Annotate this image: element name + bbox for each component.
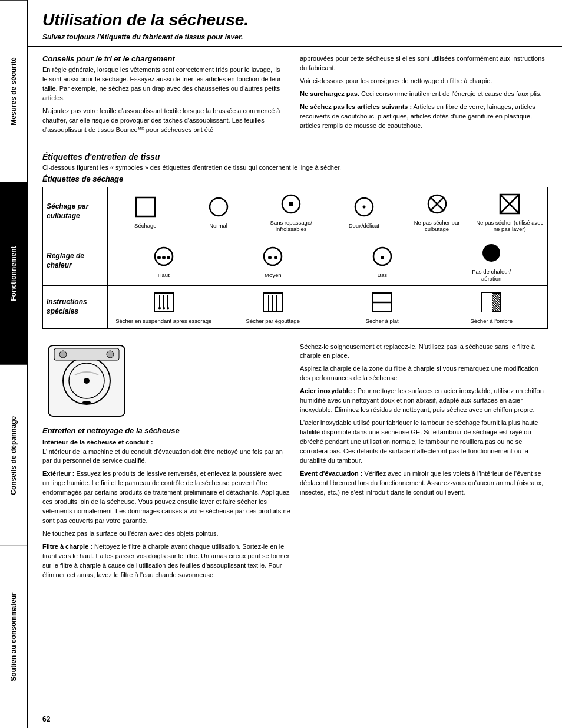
symbol-ne-pas-secher2: Ne pas sécher (utilisé avec ne pas laver… xyxy=(474,191,545,233)
symbol-sans-repassage: Sans repassage/infroissables xyxy=(256,191,326,233)
dots3-icon xyxy=(151,243,177,269)
page-header: Utilisation de la sécheuse. Suivez toujo… xyxy=(28,0,562,47)
main-content: Utilisation de la sécheuse. Suivez toujo… xyxy=(28,0,562,728)
exterieur-label: Extérieur : xyxy=(42,470,74,477)
svg-point-26 xyxy=(158,307,161,310)
x-square-icon xyxy=(497,191,523,217)
sidebar: Mesures de sécurité Fonctionnement Conse… xyxy=(0,0,28,728)
svg-point-13 xyxy=(157,256,161,259)
right-bold2-label: Ne séchez pas les articles suivants : xyxy=(300,103,412,110)
symbol-table: Séchage par culbutage Séchage xyxy=(42,187,548,329)
etiquettes-subtitle: Ci-dessous figurent les « symboles » des… xyxy=(42,164,548,171)
right-bold2: Ne séchez pas les articles suivants : Ar… xyxy=(300,103,548,131)
svg-point-20 xyxy=(381,256,384,259)
symbol-ne-pas-secher2-label: Ne pas sécher (utilisé avec ne pas laver… xyxy=(474,219,545,233)
filtre-label: Filtre à charpie : xyxy=(42,543,92,550)
svg-point-57 xyxy=(107,351,114,358)
symbols-area-instructions: Sécher en suspendant après essorage xyxy=(108,286,547,328)
svg-point-27 xyxy=(163,307,165,310)
symbol-row-instructions: Instructions spéciales xyxy=(43,286,547,328)
bottom-right: Séchez-le soigneusement et replacez-le. … xyxy=(300,342,548,708)
svg-point-14 xyxy=(162,256,166,259)
dots1-icon xyxy=(369,243,395,269)
svg-point-18 xyxy=(274,256,277,259)
dots2-icon xyxy=(260,243,286,269)
interieur-label: Intérieur de la sécheuse et conduit : xyxy=(42,439,290,446)
drip-lines-icon xyxy=(260,289,286,315)
symbol-doux: Doux/délicat xyxy=(329,194,399,229)
sechage-title: Étiquettes de séchage xyxy=(42,174,548,183)
sidebar-tab-soutien[interactable]: Soutien au consommateur xyxy=(0,546,27,728)
symbol-bas-label: Bas xyxy=(378,272,387,278)
acier-label: Acier inoxydable : xyxy=(300,387,356,394)
symbol-sechage: Séchage xyxy=(110,194,181,229)
symbol-haut-label: Haut xyxy=(158,272,170,278)
right-para2: Voir ci-dessous pour les consignes de ne… xyxy=(300,77,548,86)
svg-point-3 xyxy=(289,202,293,206)
symbol-sans-repassage-label: Sans repassage/infroissables xyxy=(270,219,312,233)
x-circle-icon xyxy=(424,191,450,217)
event-label: Évent d'évacuation : xyxy=(300,470,363,477)
symbol-sechage-label: Séchage xyxy=(134,222,157,229)
symbol-plat: Sécher à plat xyxy=(329,289,436,324)
svg-rect-54 xyxy=(82,401,91,404)
svg-point-28 xyxy=(167,307,169,310)
right-bold1-text: Ceci consomme inutilement de l'énergie e… xyxy=(359,90,542,97)
exterieur-text: Essuyez les produits de lessive renversé… xyxy=(42,470,290,524)
dryer-image xyxy=(42,342,290,420)
svg-point-21 xyxy=(482,244,500,262)
circle-dot-small-icon xyxy=(351,194,377,220)
symbol-egouttage-label: Sécher par égouttage xyxy=(246,318,300,324)
surface-text: Ne touchez pas la surface ou l'écran ave… xyxy=(42,529,290,539)
exterieur-block: Extérieur : Essuyez les produits de less… xyxy=(42,469,290,526)
svg-rect-0 xyxy=(136,197,155,216)
page-subtitle: Suivez toujours l'étiquette du fabricant… xyxy=(42,33,548,41)
sidebar-tab-conseils[interactable]: Conseils de dépannage xyxy=(0,364,27,546)
shadow-lines-icon xyxy=(478,289,504,315)
flat-line-icon xyxy=(369,289,395,315)
section-tri: Conseils pour le tri et le chargement En… xyxy=(28,47,562,146)
symbol-row-sechage: Séchage par culbutage Séchage xyxy=(43,187,547,237)
tri-heading: Conseils pour le tri et le chargement xyxy=(42,54,286,63)
symbol-moyen: Moyen xyxy=(220,243,327,278)
page-number: 62 xyxy=(28,715,562,728)
circle-dot-icon xyxy=(278,191,304,217)
symbol-ne-pas-secher: Ne pas sécher par culbutage xyxy=(402,191,472,233)
tri-para1: En règle générale, lorsque les vêtements… xyxy=(42,65,286,103)
page-title: Utilisation de la sécheuse. xyxy=(42,11,548,29)
svg-rect-49 xyxy=(482,293,492,312)
tri-para2: N'ajoutez pas votre feuille d'assoupliss… xyxy=(42,107,286,135)
interieur-text: L'intérieur de la machine et du conduit … xyxy=(42,447,290,466)
right-bold1: Ne surchargez pas. Ceci consomme inutile… xyxy=(300,90,548,99)
sidebar-tab-mesures[interactable]: Mesures de sécurité xyxy=(0,0,27,182)
filled-circle-icon xyxy=(478,240,504,266)
section-tri-left: Conseils pour le tri et le chargement En… xyxy=(42,54,295,139)
svg-point-16 xyxy=(264,248,282,265)
etiquettes-title: Étiquettes d'entretien de tissu xyxy=(42,152,548,162)
symbol-ombre: Sécher à l'ombre xyxy=(438,289,546,324)
bottom-section: Entretien et nettoyage de la sécheuse In… xyxy=(28,335,562,715)
symbols-area-chaleur: Haut Moyen xyxy=(108,236,547,285)
acier2-text: L'acier inoxydable utilisé pour fabrique… xyxy=(300,419,548,466)
symbol-haut: Haut xyxy=(110,243,217,278)
row-label-instructions: Instructions spéciales xyxy=(43,286,108,328)
right-bold1-label: Ne surchargez pas. xyxy=(300,90,359,97)
symbol-egouttage: Sécher par égouttage xyxy=(220,289,327,324)
symbol-normal-label: Normal xyxy=(209,222,227,229)
symbol-plat-label: Sécher à plat xyxy=(366,318,399,324)
symbol-row-chaleur: Réglage de chaleur xyxy=(43,236,547,286)
svg-point-56 xyxy=(59,351,67,358)
symbol-doux-label: Doux/délicat xyxy=(349,222,379,229)
svg-point-15 xyxy=(167,256,170,259)
svg-point-53 xyxy=(84,378,90,384)
symbol-normal: Normal xyxy=(183,194,254,229)
sidebar-tab-fonctionnement[interactable]: Fonctionnement xyxy=(0,182,27,364)
svg-point-5 xyxy=(362,206,365,209)
entretien-para2: Aspirez la charpie de la zone du filtre … xyxy=(300,364,548,383)
event-block: Évent d'évacuation : Vérifiez avec un mi… xyxy=(300,469,548,498)
svg-point-1 xyxy=(210,198,227,216)
square-icon xyxy=(133,194,158,220)
circle-plain-icon xyxy=(206,194,232,220)
section-tri-right: approuvées pour cette sécheuse si elles … xyxy=(295,54,548,139)
symbols-area-sechage: Séchage Normal xyxy=(108,187,547,236)
